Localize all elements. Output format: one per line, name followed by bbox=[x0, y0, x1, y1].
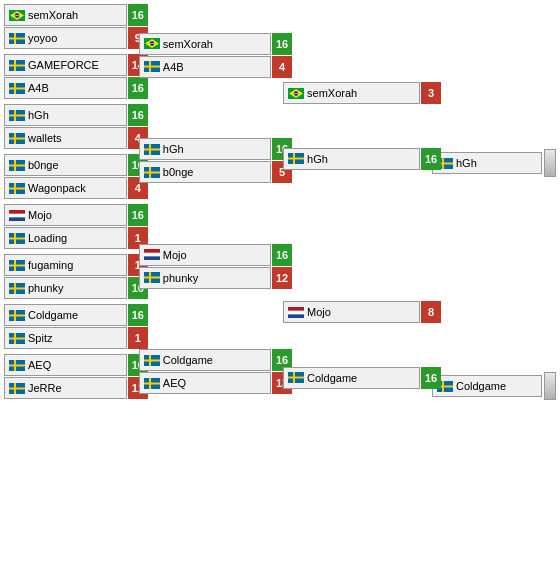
finalist-team-row: Coldgame bbox=[432, 375, 542, 397]
svg-rect-64 bbox=[144, 257, 160, 261]
team-name: GAMEFORCE bbox=[28, 59, 122, 71]
round-4: hGh Coldgame bbox=[432, 149, 556, 400]
team-name: hGh bbox=[28, 109, 122, 121]
svg-rect-63 bbox=[144, 249, 160, 253]
team-row: AEQ13 bbox=[139, 372, 271, 394]
match-group: fugaming1 phunky16 bbox=[4, 254, 127, 300]
score-box: 16 bbox=[421, 148, 441, 170]
svg-rect-61 bbox=[144, 171, 160, 173]
team-row: Wagonpack4 bbox=[4, 177, 127, 199]
team-row: Coldgame16 bbox=[4, 304, 127, 326]
flag-icon bbox=[288, 153, 304, 164]
flag-icon bbox=[144, 167, 160, 178]
flag-icon bbox=[288, 372, 304, 383]
team-name: hGh bbox=[163, 143, 266, 155]
finalist-row: Coldgame bbox=[432, 372, 556, 400]
team-name: JeRRe bbox=[28, 382, 122, 394]
match-group: Mojo8 bbox=[283, 301, 420, 324]
team-name: semXorah bbox=[163, 38, 266, 50]
flag-icon bbox=[144, 249, 160, 260]
svg-rect-12 bbox=[9, 87, 25, 89]
team-name: AEQ bbox=[163, 377, 266, 389]
team-row: JeRRe11 bbox=[4, 377, 127, 399]
team-row: wallets4 bbox=[4, 127, 127, 149]
team-name: phunky bbox=[28, 282, 122, 294]
svg-rect-45 bbox=[9, 364, 25, 366]
team-row: A4B4 bbox=[139, 56, 271, 78]
team-name: Mojo bbox=[28, 209, 122, 221]
team-name: A4B bbox=[163, 61, 266, 73]
flag-icon bbox=[144, 378, 160, 389]
score-box: 16 bbox=[128, 304, 148, 326]
team-row: Coldgame16 bbox=[283, 367, 420, 389]
team-name: Coldgame bbox=[307, 372, 415, 384]
scrollbar-placeholder[interactable] bbox=[544, 372, 556, 400]
flag-icon bbox=[9, 333, 25, 344]
match-group: Coldgame16 AEQ13 bbox=[139, 349, 271, 395]
svg-rect-42 bbox=[9, 337, 25, 339]
flag-icon bbox=[288, 88, 304, 99]
team-name: hGh bbox=[307, 153, 415, 165]
team-row: yoyoo9 bbox=[4, 27, 127, 49]
match-group: hGh16 wallets4 bbox=[4, 104, 127, 150]
flag-icon bbox=[144, 355, 160, 366]
svg-rect-30 bbox=[9, 237, 25, 239]
flag-icon bbox=[9, 110, 25, 121]
svg-rect-24 bbox=[9, 187, 25, 189]
match-group: hGh16 b0nge5 bbox=[139, 138, 271, 184]
flag-icon bbox=[144, 272, 160, 283]
team-name: semXorah bbox=[28, 9, 122, 21]
score-box: 4 bbox=[272, 56, 292, 78]
svg-rect-21 bbox=[9, 164, 25, 166]
team-row: hGh16 bbox=[139, 138, 271, 160]
team-name: Coldgame bbox=[163, 354, 266, 366]
flag-icon bbox=[144, 61, 160, 72]
round-2: semXorah16 A4B4 hGh16 b0nge5 Mojo16 phun… bbox=[139, 28, 271, 400]
team-name: yoyoo bbox=[28, 32, 122, 44]
flag-icon bbox=[9, 60, 25, 71]
svg-rect-9 bbox=[9, 64, 25, 66]
team-row: A4B16 bbox=[4, 77, 127, 99]
match-group: GAMEFORCE14 A4B16 bbox=[4, 54, 127, 100]
flag-icon bbox=[9, 310, 25, 321]
team-name: b0nge bbox=[163, 166, 266, 178]
match-group: Mojo16 Loading1 bbox=[4, 204, 127, 250]
svg-rect-70 bbox=[144, 359, 160, 361]
team-name: Coldgame bbox=[456, 380, 506, 392]
score-box: 16 bbox=[128, 77, 148, 99]
svg-rect-26 bbox=[9, 210, 25, 214]
match-group: semXorah16 A4B4 bbox=[139, 33, 271, 79]
match-group: Coldgame16 bbox=[283, 367, 420, 390]
team-row: phunky16 bbox=[4, 277, 127, 299]
svg-rect-15 bbox=[9, 114, 25, 116]
round-1: semXorah16 yoyoo9 GAMEFORCE14 A4B16 hGh1… bbox=[4, 4, 127, 400]
score-box: 16 bbox=[128, 4, 148, 26]
match-group: semXorah16 yoyoo9 bbox=[4, 4, 127, 50]
match-group: semXorah3 bbox=[283, 82, 420, 105]
score-box: 16 bbox=[128, 104, 148, 126]
scrollbar-placeholder[interactable] bbox=[544, 149, 556, 177]
flag-icon bbox=[9, 83, 25, 94]
team-row: GAMEFORCE14 bbox=[4, 54, 127, 76]
bracket: semXorah16 yoyoo9 GAMEFORCE14 A4B16 hGh1… bbox=[0, 0, 560, 404]
team-row: Spitz1 bbox=[4, 327, 127, 349]
team-row: b0nge16 bbox=[4, 154, 127, 176]
svg-rect-80 bbox=[288, 158, 304, 160]
team-row: hGh16 bbox=[283, 148, 420, 170]
team-row: semXorah3 bbox=[283, 82, 420, 104]
svg-rect-33 bbox=[9, 264, 25, 266]
match-group: AEQ16 JeRRe11 bbox=[4, 354, 127, 400]
score-box: 12 bbox=[272, 267, 292, 289]
svg-rect-67 bbox=[144, 277, 160, 279]
score-box: 1 bbox=[128, 327, 148, 349]
flag-icon bbox=[144, 38, 160, 49]
score-box: 16 bbox=[272, 244, 292, 266]
team-row: Mojo8 bbox=[283, 301, 420, 323]
team-row: Coldgame16 bbox=[139, 349, 271, 371]
flag-icon bbox=[288, 307, 304, 318]
match-group: b0nge16 Wagonpack4 bbox=[4, 154, 127, 200]
svg-rect-73 bbox=[144, 382, 160, 384]
svg-rect-58 bbox=[144, 148, 160, 150]
team-name: Loading bbox=[28, 232, 122, 244]
round-3: semXorah3 hGh16 Mojo8 Coldgame16 bbox=[283, 72, 420, 400]
